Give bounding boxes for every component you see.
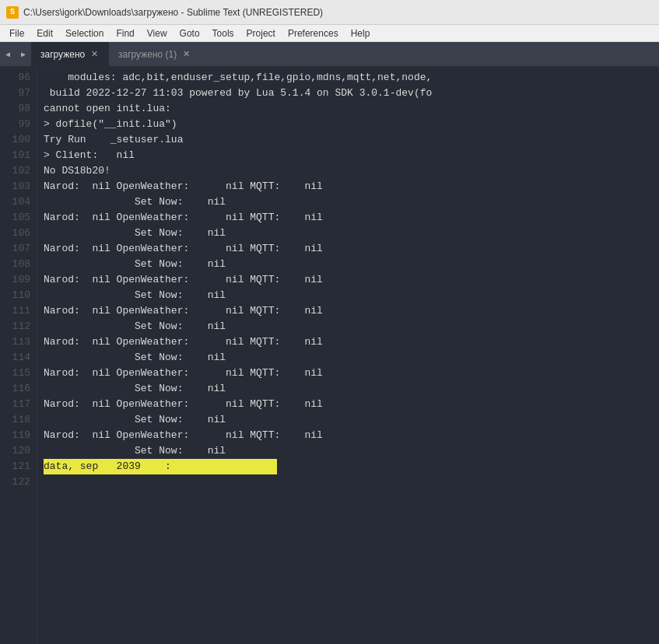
menu-item-help[interactable]: Help [345,26,377,40]
line-num-108: 108 [3,257,30,272]
line-num-115: 115 [3,366,30,381]
code-line-99: > dofile("__init.lua") [44,117,653,132]
line-num-121: 121 [3,459,30,474]
code-line-97: build 2022-12-27 11:03 powered by Lua 5.… [44,86,653,101]
code-line-107: Narod: nil OpenWeather: nil MQTT: nil [44,241,653,257]
line-num-110: 110 [3,288,30,303]
menu-item-preferences[interactable]: Preferences [282,26,345,40]
tab-label: загружено (1) [118,49,177,60]
line-num-117: 117 [3,397,30,412]
code-line-115: Narod: nil OpenWeather: nil MQTT: nil [44,366,653,381]
code-line-110: Set Now: nil [44,288,653,303]
tab-bar: ◀ ▶ загружено✕загружено (1)✕ [0,42,659,67]
line-num-109: 109 [3,272,30,288]
line-num-119: 119 [3,428,30,443]
code-line-106: Set Now: nil [44,226,653,241]
code-line-105: Narod: nil OpenWeather: nil MQTT: nil [44,210,653,226]
code-line-98: cannot open init.lua: [44,101,653,117]
line-num-101: 101 [3,148,30,163]
line-num-106: 106 [3,226,30,241]
code-line-104: Set Now: nil [44,194,653,210]
code-line-118: Set Now: nil [44,412,653,428]
code-line-112: Set Now: nil [44,319,653,334]
app-icon: S [6,6,19,19]
tab-nav-left[interactable]: ◀ [0,42,16,66]
code-line-119: Narod: nil OpenWeather: nil MQTT: nil [44,428,653,443]
code-line-114: Set Now: nil [44,350,653,366]
window-title: C:\Users\igork\Downloads\загружено - Sub… [23,7,323,18]
code-line-111: Narod: nil OpenWeather: nil MQTT: nil [44,303,653,319]
line-num-100: 100 [3,132,30,148]
code-line-113: Narod: nil OpenWeather: nil MQTT: nil [44,334,653,350]
tab-0[interactable]: загружено✕ [31,42,109,66]
code-line-103: Narod: nil OpenWeather: nil MQTT: nil [44,179,653,194]
tab-close-1[interactable]: ✕ [183,50,190,58]
code-line-122 [44,474,653,490]
code-line-108: Set Now: nil [44,257,653,272]
line-num-122: 122 [3,474,30,490]
menu-item-find[interactable]: Find [110,26,140,40]
editor: 9697989910010110210310410510610710810911… [0,67,659,644]
menu-item-file[interactable]: File [3,26,30,40]
code-line-101: > Client: nil [44,148,653,163]
line-num-107: 107 [3,241,30,257]
line-num-102: 102 [3,163,30,179]
line-num-104: 104 [3,194,30,210]
code-line-117: Narod: nil OpenWeather: nil MQTT: nil [44,397,653,412]
line-num-112: 112 [3,319,30,334]
code-line-102: No DS18b20! [44,163,653,179]
line-num-113: 113 [3,334,30,350]
line-num-98: 98 [3,101,30,117]
tab-close-0[interactable]: ✕ [91,50,98,58]
menu-bar: FileEditSelectionFindViewGotoToolsProjec… [0,25,659,42]
code-line-100: Try Run _setuser.lua [44,132,653,148]
code-line-121: data, sep 2039 : [44,459,653,474]
highlighted-code: data, sep 2039 : [44,459,277,474]
line-num-99: 99 [3,117,30,132]
line-num-103: 103 [3,179,30,194]
line-num-118: 118 [3,412,30,428]
code-line-116: Set Now: nil [44,381,653,397]
menu-item-goto[interactable]: Goto [174,26,206,40]
line-num-96: 96 [3,70,30,86]
menu-item-selection[interactable]: Selection [59,26,110,40]
line-num-114: 114 [3,350,30,366]
tab-nav-right[interactable]: ▶ [16,42,31,66]
code-line-120: Set Now: nil [44,443,653,459]
line-num-120: 120 [3,443,30,459]
line-num-97: 97 [3,86,30,101]
menu-item-edit[interactable]: Edit [30,26,59,40]
menu-item-tools[interactable]: Tools [206,26,240,40]
code-line-96: modules: adc,bit,enduser_setup,file,gpio… [44,70,653,86]
line-numbers: 9697989910010110210310410510610710810911… [0,67,37,644]
title-bar: S C:\Users\igork\Downloads\загружено - S… [0,0,659,25]
code-line-109: Narod: nil OpenWeather: nil MQTT: nil [44,272,653,288]
tab-1[interactable]: загружено (1)✕ [109,42,199,66]
tab-label: загружено [40,49,85,60]
code-content[interactable]: modules: adc,bit,enduser_setup,file,gpio… [37,67,659,644]
menu-item-project[interactable]: Project [240,26,282,40]
line-num-116: 116 [3,381,30,397]
line-num-105: 105 [3,210,30,226]
menu-item-view[interactable]: View [141,26,174,40]
line-num-111: 111 [3,303,30,319]
